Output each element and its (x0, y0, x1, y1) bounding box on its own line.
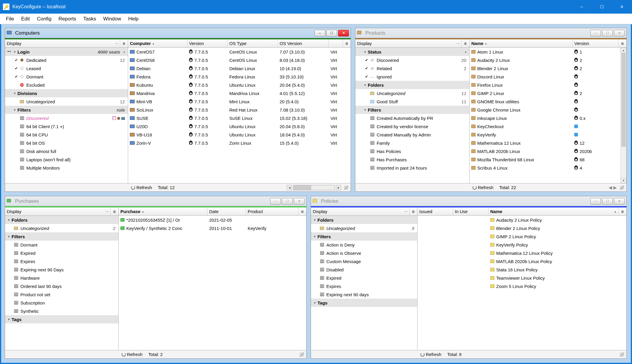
sidebar-item[interactable]: Expired (311, 274, 417, 282)
menu-window[interactable]: Window (100, 15, 125, 23)
purchases-rows[interactable]: *20210205163455Z [1] / Or 2021-02-05 Key… (119, 216, 306, 350)
refresh-button[interactable]: Refresh (119, 352, 146, 357)
maximize-button[interactable]: ☐ (592, 0, 612, 14)
table-row[interactable]: SciLinux 7.7.0.5 Red Hat Linux 7.08 (3.1… (128, 106, 351, 114)
minimize-button[interactable]: ─ (572, 0, 592, 14)
table-row[interactable]: GNOME linux utilities (470, 97, 620, 106)
col-inuse[interactable]: In Use (453, 207, 488, 215)
panel-close-button[interactable]: ✕ (614, 198, 625, 204)
sidebar-item[interactable]: Synthetic (5, 307, 118, 315)
section-folders[interactable]: ▼Folders (5, 216, 118, 224)
table-row[interactable]: Audacity 2 Linux Policy (417, 216, 626, 224)
col-issued[interactable]: Issued (417, 207, 453, 215)
sidebar-item[interactable]: Created by vendor license (355, 122, 469, 131)
col-menu[interactable]: ≡ (619, 207, 626, 215)
sidebar-item[interactable]: Ordered last 90 days (5, 282, 118, 290)
table-row[interactable]: VB-U18 7.7.0.5 Ubuntu Linux 18.04 (5.4.0… (128, 131, 351, 139)
table-row[interactable]: *20210205163455Z [1] / Or 2021-02-05 (119, 216, 306, 224)
sidebar-item[interactable]: Laptops (won't find all) (5, 155, 128, 164)
section-status[interactable]: ▼Status▲ (355, 48, 469, 56)
products-rows[interactable]: Atom 1 Linux 1 Audacity 2 Linux 2 Blende… (470, 48, 620, 183)
col-ostype[interactable]: OS Type (228, 39, 278, 47)
table-row[interactable]: Inkscape Linux 0.x (470, 114, 620, 122)
section-divisions[interactable]: ▼Divisions (5, 89, 128, 97)
col-name[interactable]: Name▲ (470, 39, 573, 47)
table-row[interactable]: Atom 1 Linux 1 (470, 48, 620, 56)
sidebar-item[interactable]: Good Stuff11 (355, 97, 469, 106)
section-folders[interactable]: ▼Folders (311, 216, 417, 224)
sidebar-item[interactable]: Imported in past 24 hours (355, 164, 469, 172)
table-row[interactable]: Kubuntu 7.7.0.5 Ubuntu Linux 20.04 (5.4.… (128, 81, 351, 89)
sidebar-item[interactable]: Has Purchases (355, 155, 469, 164)
table-row[interactable]: Blender 2 Linux Policy (417, 224, 626, 232)
col-menu[interactable]: ≡ (343, 39, 351, 47)
panel-close-button[interactable]: ✕ (614, 30, 625, 36)
menu-tasks[interactable]: Tasks (80, 15, 99, 23)
col-menu[interactable]: ≡ (619, 39, 626, 47)
sidebar-item[interactable]: Has Policies (355, 147, 469, 155)
sidebar-item[interactable]: Expired (5, 249, 118, 257)
panel-minimize-button[interactable]: ─ (590, 30, 601, 36)
panel-maximize-button[interactable]: ☐ (602, 198, 613, 204)
table-row[interactable]: Blender 2 Linux 2 (470, 64, 620, 73)
table-row[interactable]: Google Chrome Linux (470, 106, 620, 114)
col-product[interactable]: Product (246, 207, 299, 215)
section-filters[interactable]: ▼Filtersrule (5, 106, 128, 114)
section-folders[interactable]: ▼Folders (355, 81, 469, 89)
sidebar-header-menu[interactable]: ≡ (409, 207, 417, 215)
sidebar-item[interactable]: Created Automatically by PR (355, 114, 469, 122)
panel-maximize-button[interactable]: ☐ (326, 30, 337, 36)
sidebar-item[interactable]: Excluded (5, 81, 128, 89)
computers-sidebar-list[interactable]: 〰▼Login4000 seats▲✔Dedicated12✔Leased✔Do… (5, 48, 128, 183)
table-row[interactable]: Zorin-V 7.7.0.5 Zorin Linux 15 (5.4.0) V… (128, 139, 351, 147)
table-row[interactable]: KeyVerify Policy (417, 241, 626, 249)
sidebar-item[interactable]: Action is Observe (311, 249, 417, 257)
table-row[interactable]: Mathematica 12 Linux Policy (417, 249, 626, 257)
panel-purchases-titlebar[interactable]: Purchases ─ ☐ ✕ (5, 196, 306, 206)
table-row[interactable]: Discord Linux (470, 73, 620, 81)
panel-policies-titlebar[interactable]: Policies ─ ☐ ✕ (311, 196, 626, 206)
sidebar-item[interactable]: 64 bit Client (7.1 +) (5, 122, 128, 131)
hscrollbar[interactable]: ◀▶ (178, 185, 351, 190)
table-row[interactable]: SUSE 7.7.0.5 SuSE Linux 15.02 (5.3.18) V… (128, 114, 351, 122)
sidebar-item[interactable]: Disk almost full (5, 147, 128, 155)
sidebar-header-display[interactable]: Display〰 (311, 207, 409, 215)
table-row[interactable]: Zoom 5 Linux Policy (417, 282, 626, 290)
sidebar-header-menu[interactable]: ≡ (462, 39, 469, 47)
table-row[interactable]: Mathematica 12 Linux 12 (470, 139, 620, 147)
table-row[interactable]: Firefox Linux (470, 81, 620, 89)
table-row[interactable]: KeyVerify (470, 131, 620, 139)
sidebar-header-menu[interactable]: ≡ (111, 207, 118, 215)
sidebar-item[interactable]: Expiring next 90 Days (5, 265, 118, 274)
sidebar-item[interactable]: Product not set (5, 290, 118, 299)
products-sidebar-list[interactable]: ▼Status▲✔⇄Discovered20✔⇄Related2✔—Ignore… (355, 48, 469, 183)
vscrollbar[interactable]: ▲▼ (620, 48, 626, 183)
table-row[interactable]: KeyCheckout (470, 122, 620, 131)
sidebar-header-display[interactable]: Display〰 (5, 39, 120, 47)
table-row[interactable]: Stata 16 Linux Policy (417, 265, 626, 274)
sidebar-item[interactable]: Hardware (5, 274, 118, 282)
table-row[interactable]: GIMP 2 Linux 2 (470, 89, 620, 97)
computers-rows[interactable]: CentOS7 7.7.0.5 CentOS Linux 7.07 (3.10.… (128, 48, 351, 183)
section-filters[interactable]: ▼Filters (5, 232, 118, 241)
table-row[interactable]: Mandriva 7.7.0.5 Mandriva Linux 4.01 (5.… (128, 89, 351, 97)
col-version[interactable]: Version (573, 39, 619, 47)
policies-sidebar-list[interactable]: ▼FoldersUncategorized9▼FiltersAction is … (311, 216, 417, 350)
col-name[interactable]: Name▲ (488, 207, 619, 215)
panel-computers-titlebar[interactable]: Computers ─ ☐ ✕ (5, 28, 351, 38)
sidebar-item[interactable]: Uncategorized11 (355, 89, 469, 97)
menu-config[interactable]: Config (33, 15, 55, 23)
panel-minimize-button[interactable]: ─ (590, 198, 601, 204)
table-row[interactable]: U20D 7.7.0.5 Ubuntu Linux 20.04 (5.8.0) … (128, 122, 351, 131)
sidebar-item[interactable]: ✔Leased (5, 64, 128, 73)
sidebar-item[interactable]: Family (355, 139, 469, 147)
resize-grip[interactable] (166, 352, 306, 357)
sidebar-item[interactable]: Uncategorized2 (5, 224, 118, 232)
table-row[interactable]: KeyVerify / Synthetic 2 Conc 2011-10-01 … (119, 224, 306, 232)
table-row[interactable]: CentOS8 7.7.0.5 CentOS Linux 8.03 (4.18.… (128, 56, 351, 64)
sidebar-item[interactable]: ✔—Ignored (355, 73, 469, 81)
table-row[interactable]: Mozilla Thunderbird 68 Linux 68 (470, 155, 620, 164)
sidebar-item[interactable]: Action is Deny (311, 241, 417, 249)
sidebar-item[interactable]: Custom Message (311, 257, 417, 265)
sidebar-item[interactable]: ✔⇄Discovered20 (355, 56, 469, 64)
